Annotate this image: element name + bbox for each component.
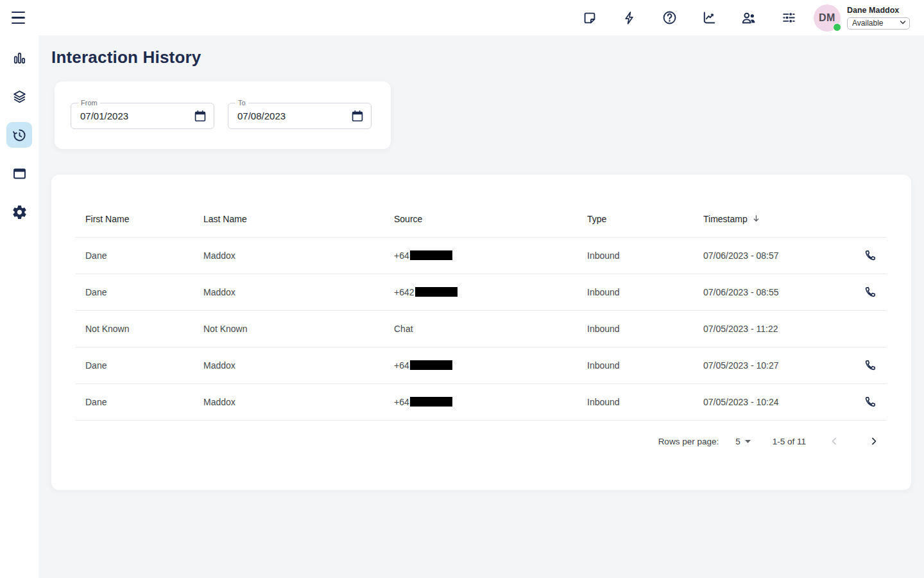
cell-first-name: Not Known — [76, 324, 194, 334]
topbar: DM Dane Maddox Available — [0, 0, 924, 35]
table-row[interactable]: Dane Maddox +64 Inbound 07/05/2023 - 10:… — [76, 384, 887, 421]
cell-timestamp: 07/05/2023 - 10:24 — [694, 397, 844, 407]
sidebar-item-settings[interactable] — [6, 199, 32, 225]
from-date-field[interactable]: From 07/01/2023 — [71, 103, 214, 129]
redacted-source — [410, 397, 452, 407]
window-icon — [12, 166, 28, 182]
cell-timestamp: 07/06/2023 - 08:57 — [694, 250, 844, 261]
cell-source: +64 — [384, 360, 578, 371]
cell-type: Inbound — [578, 324, 694, 334]
cell-last-name: Maddox — [194, 360, 384, 371]
redacted-source — [410, 250, 452, 260]
cell-last-name: Maddox — [194, 397, 384, 407]
cell-type: Inbound — [578, 250, 694, 261]
cell-type: Inbound — [578, 360, 694, 371]
redacted-source — [410, 360, 452, 370]
cell-source: +642 — [384, 287, 578, 297]
to-calendar-button[interactable] — [350, 109, 365, 124]
cell-first-name: Dane — [76, 250, 194, 261]
column-header-timestamp[interactable]: Timestamp — [694, 214, 844, 224]
table-row[interactable]: Dane Maddox +642 Inbound 07/06/2023 - 08… — [76, 274, 887, 311]
cell-last-name: Maddox — [194, 287, 384, 297]
previous-page-button[interactable] — [823, 430, 846, 453]
layers-icon — [12, 89, 28, 105]
quick-actions-icon[interactable] — [621, 10, 638, 26]
calendar-icon — [350, 109, 364, 123]
table-row[interactable]: Not Known Not Known Chat Inbound 07/05/2… — [76, 311, 887, 347]
sidebar-item-workspace[interactable] — [6, 161, 32, 186]
cell-first-name: Dane — [76, 360, 194, 371]
column-header-source[interactable]: Source — [384, 214, 578, 224]
history-icon — [12, 127, 28, 143]
sort-desc-arrow-icon — [751, 214, 761, 223]
next-page-button[interactable] — [862, 430, 886, 453]
cell-source: +64 — [384, 250, 578, 261]
interactions-table-card: First Name Last Name Source Type Timesta… — [51, 175, 911, 490]
avatar[interactable]: DM — [814, 4, 841, 31]
help-icon[interactable] — [661, 10, 678, 26]
cell-timestamp: 07/05/2023 - 11:22 — [694, 324, 844, 334]
chevron-right-icon — [868, 435, 880, 448]
cell-first-name: Dane — [76, 397, 194, 407]
phone-icon — [863, 249, 877, 263]
redacted-source — [415, 287, 458, 297]
cell-last-name: Not Known — [194, 324, 384, 334]
status-dot — [833, 23, 841, 31]
table-row[interactable]: Dane Maddox +64 Inbound 07/06/2023 - 08:… — [76, 238, 887, 274]
calendar-icon — [193, 109, 207, 123]
sidebar-item-queues[interactable] — [6, 83, 32, 109]
cell-source: Chat — [384, 324, 578, 334]
preferences-icon[interactable] — [780, 10, 797, 26]
caret-down-icon — [745, 440, 751, 443]
bar-chart-icon — [12, 50, 28, 66]
to-date-field[interactable]: To 07/08/2023 — [228, 103, 372, 129]
interactions-table: First Name Last Name Source Type Timesta… — [76, 200, 887, 462]
sidebar — [0, 0, 38, 578]
topbar-icons — [581, 10, 797, 26]
cell-first-name: Dane — [76, 287, 194, 297]
menu-icon[interactable] — [12, 12, 27, 24]
contacts-icon[interactable] — [740, 10, 757, 26]
phone-icon — [863, 358, 877, 372]
from-calendar-button[interactable] — [193, 109, 208, 124]
table-body: Dane Maddox +64 Inbound 07/06/2023 - 08:… — [76, 238, 887, 421]
chevron-left-icon — [828, 435, 841, 448]
phone-icon — [863, 285, 877, 299]
sidebar-item-interaction-history[interactable] — [6, 122, 32, 148]
settings-icon — [12, 204, 28, 220]
page-title: Interaction History — [51, 48, 201, 67]
column-header-first-name[interactable]: First Name — [76, 214, 194, 224]
cell-type: Inbound — [578, 287, 694, 297]
user-block: Dane Maddox Available — [847, 6, 910, 30]
date-filter-card: From 07/01/2023 To 07/08/2023 — [55, 82, 391, 149]
to-date-value[interactable]: 07/08/2023 — [237, 103, 286, 128]
analytics-icon[interactable] — [701, 10, 717, 26]
availability-select[interactable]: Available — [847, 17, 910, 30]
phone-call-button[interactable] — [860, 392, 880, 412]
rows-per-page-select[interactable]: 5 — [735, 437, 751, 446]
phone-icon — [863, 395, 877, 409]
pagination-bar: Rows per page: 5 1-5 of 11 — [76, 421, 887, 462]
cell-source: +64 — [384, 397, 578, 407]
cell-timestamp: 07/06/2023 - 08:55 — [694, 287, 844, 297]
cell-type: Inbound — [578, 397, 694, 407]
cell-last-name: Maddox — [194, 250, 384, 261]
phone-call-button[interactable] — [860, 282, 880, 302]
column-header-last-name[interactable]: Last Name — [194, 214, 384, 224]
pagination-range: 1-5 of 11 — [773, 437, 806, 446]
table-header-row: First Name Last Name Source Type Timesta… — [76, 200, 887, 238]
rows-per-page-label: Rows per page: — [658, 437, 719, 446]
phone-call-button[interactable] — [860, 355, 880, 376]
cell-timestamp: 07/05/2023 - 10:27 — [694, 360, 844, 371]
user-name: Dane Maddox — [847, 6, 910, 15]
sidebar-item-dashboard[interactable] — [6, 45, 32, 71]
table-row[interactable]: Dane Maddox +64 Inbound 07/05/2023 - 10:… — [76, 347, 887, 384]
notes-icon[interactable] — [581, 10, 598, 26]
phone-call-button[interactable] — [860, 245, 880, 266]
main-content: Interaction History From 07/01/2023 To 0… — [38, 35, 924, 578]
from-date-value[interactable]: 07/01/2023 — [80, 103, 128, 128]
column-header-type[interactable]: Type — [578, 214, 694, 224]
